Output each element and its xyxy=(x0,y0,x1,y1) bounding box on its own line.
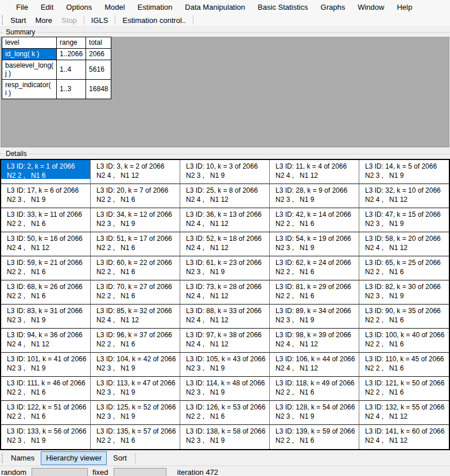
hierarchy-cell[interactable]: L3 ID: 54, k = 19 of 2066N2 3 , N1 9 xyxy=(270,232,359,256)
menu-item-basic-statistics[interactable]: Basic Statistics xyxy=(251,0,314,14)
hierarchy-cell[interactable]: L3 ID: 60, k = 22 of 2066N2 2 , N1 6 xyxy=(91,256,180,280)
hierarchy-cell[interactable]: L3 ID: 104, k = 42 of 2066N2 3 , N1 9 xyxy=(91,353,180,377)
summary-total-cell[interactable]: 5616 xyxy=(86,60,111,80)
hierarchy-cell-line1: L3 ID: 135, k = 57 of 2066 xyxy=(96,427,179,436)
hierarchy-cell[interactable]: L3 ID: 34, k = 12 of 2066N2 3 , N1 9 xyxy=(91,208,180,232)
hierarchy-cell-line1: L3 ID: 105, k = 43 of 2066 xyxy=(186,354,269,364)
summary-level-cell[interactable]: id_long( k ) xyxy=(2,49,57,60)
hierarchy-cell-line2: N2 3 , N1 9 xyxy=(365,291,448,301)
hierarchy-cell[interactable]: L3 ID: 81, k = 29 of 2066N2 2 , N1 6 xyxy=(270,280,359,305)
hierarchy-cell[interactable]: L3 ID: 122, k = 51 of 2066N2 2 , N1 6 xyxy=(1,401,91,425)
hierarchy-cell[interactable]: L3 ID: 101, k = 41 of 2066N2 3 , N1 9 xyxy=(1,353,91,377)
hierarchy-cell[interactable]: L3 ID: 139, k = 59 of 2066N2 2 , N1 6 xyxy=(270,425,359,449)
hierarchy-cell[interactable]: L3 ID: 20, k = 7 of 2066N2 2 , N1 6 xyxy=(91,184,180,208)
summary-range-cell[interactable]: 1..3 xyxy=(57,80,86,99)
hierarchy-cell[interactable]: L3 ID: 94, k = 36 of 2066N2 4 , N1 12 xyxy=(1,329,91,353)
hierarchy-cell[interactable]: L3 ID: 118, k = 49 of 2066N2 2 , N1 6 xyxy=(270,377,359,401)
hierarchy-cell-line1: L3 ID: 133, k = 56 of 2066 xyxy=(7,427,90,436)
random-progress-field xyxy=(32,468,88,476)
hierarchy-cell[interactable]: L3 ID: 52, k = 18 of 2066N2 4 , N1 12 xyxy=(180,232,270,256)
hierarchy-cell[interactable]: L3 ID: 105, k = 43 of 2066N2 3 , N1 9 xyxy=(180,353,270,377)
tab-sort[interactable]: Sort xyxy=(108,451,132,465)
hierarchy-cell[interactable]: L3 ID: 2, k = 1 of 2066N2 2 , N1 6 xyxy=(1,160,91,184)
hierarchy-cell[interactable]: L3 ID: 88, k = 33 of 2066N2 4 , N1 12 xyxy=(180,305,270,329)
hierarchy-cell[interactable]: L3 ID: 106, k = 44 of 2066N2 4 , N1 12 xyxy=(270,353,359,377)
status-bar: random fixed iteration 472 xyxy=(0,466,450,476)
hierarchy-cell[interactable]: L3 ID: 83, k = 31 of 2066N2 3 , N1 9 xyxy=(1,305,91,329)
groupbox-line xyxy=(29,154,450,154)
toolbar-button-start[interactable]: Start xyxy=(6,16,30,25)
hierarchy-cell[interactable]: L3 ID: 11, k = 4 of 2066N2 4 , N1 12 xyxy=(270,160,359,184)
hierarchy-cell[interactable]: L3 ID: 125, k = 52 of 2066N2 3 , N1 9 xyxy=(91,401,180,425)
tabbar-gripper[interactable] xyxy=(2,454,3,463)
hierarchy-cell[interactable]: L3 ID: 133, k = 56 of 2066N2 3 , N1 9 xyxy=(1,425,91,449)
toolbar-gripper[interactable] xyxy=(2,15,3,25)
menu-item-options[interactable]: Options xyxy=(60,0,98,14)
menu-item-edit[interactable]: Edit xyxy=(34,0,60,14)
hierarchy-cell[interactable]: L3 ID: 113, k = 47 of 2066N2 3 , N1 9 xyxy=(91,377,180,401)
hierarchy-cell[interactable]: L3 ID: 65, k = 25 of 2066N2 2 , N1 6 xyxy=(359,256,449,280)
hierarchy-cell[interactable]: L3 ID: 85, k = 32 of 2066N2 4 , N1 12 xyxy=(91,305,180,329)
hierarchy-cell[interactable]: L3 ID: 126, k = 53 of 2066N2 2 , N1 6 xyxy=(180,401,270,425)
summary-level-cell[interactable]: resp_indicator( i ) xyxy=(2,80,57,99)
hierarchy-cell-line1: L3 ID: 65, k = 25 of 2066 xyxy=(365,258,448,267)
hierarchy-cell[interactable]: L3 ID: 70, k = 27 of 2066N2 2 , N1 6 xyxy=(91,280,180,305)
summary-range-cell[interactable]: 1..2066 xyxy=(57,49,86,60)
toolbar-button-more[interactable]: More xyxy=(30,16,57,25)
summary-range-cell[interactable]: 1..4 xyxy=(57,60,86,80)
menu-item-data-manipulation[interactable]: Data Manipulation xyxy=(179,0,251,14)
hierarchy-cell[interactable]: L3 ID: 47, k = 15 of 2066N2 3 , N1 9 xyxy=(359,208,449,232)
hierarchy-cell[interactable]: L3 ID: 89, k = 34 of 2066N2 3 , N1 9 xyxy=(270,305,359,329)
hierarchy-cell[interactable]: L3 ID: 110, k = 45 of 2066N2 2 , N1 6 xyxy=(359,353,449,377)
summary-total-cell[interactable]: 16848 xyxy=(86,80,111,99)
menu-item-model[interactable]: Model xyxy=(98,0,131,14)
hierarchy-cell[interactable]: L3 ID: 68, k = 26 of 2066N2 2 , N1 6 xyxy=(1,280,91,305)
menu-item-help[interactable]: Help xyxy=(390,0,418,14)
hierarchy-cell[interactable]: L3 ID: 128, k = 54 of 2066N2 3 , N1 9 xyxy=(270,401,359,425)
hierarchy-cell[interactable]: L3 ID: 97, k = 38 of 2066N2 4 , N1 12 xyxy=(180,329,270,353)
hierarchy-cell[interactable]: L3 ID: 132, k = 55 of 2066N2 4 , N1 12 xyxy=(359,401,449,425)
summary-level-cell[interactable]: baselevel_long( j ) xyxy=(2,60,57,80)
hierarchy-cell[interactable]: L3 ID: 42, k = 14 of 2066N2 2 , N1 6 xyxy=(270,208,359,232)
hierarchy-cell-line1: L3 ID: 36, k = 13 of 2066 xyxy=(186,210,269,219)
hierarchy-cell[interactable]: L3 ID: 73, k = 28 of 2066N2 4 , N1 12 xyxy=(180,280,270,305)
hierarchy-cell[interactable]: L3 ID: 17, k = 6 of 2066N2 3 , N1 9 xyxy=(1,184,91,208)
hierarchy-cell[interactable]: L3 ID: 98, k = 39 of 2066N2 4 , N1 12 xyxy=(270,329,359,353)
hierarchy-cell[interactable]: L3 ID: 25, k = 8 of 2066N2 4 , N1 12 xyxy=(180,184,270,208)
menu-item-file[interactable]: File xyxy=(10,0,34,14)
hierarchy-cell-line2: N2 2 , N1 6 xyxy=(276,291,358,301)
hierarchy-cell[interactable]: L3 ID: 14, k = 5 of 2066N2 3 , N1 9 xyxy=(359,160,449,184)
hierarchy-cell[interactable]: L3 ID: 51, k = 17 of 2066N2 2 , N1 6 xyxy=(91,232,180,256)
hierarchy-cell[interactable]: L3 ID: 96, k = 37 of 2066N2 2 , N1 6 xyxy=(91,329,180,353)
menu-item-graphs[interactable]: Graphs xyxy=(315,0,352,14)
hierarchy-cell[interactable]: L3 ID: 50, k = 16 of 2066N2 4 , N1 12 xyxy=(1,232,91,256)
hierarchy-cell-line1: L3 ID: 3, k = 2 of 2066 xyxy=(96,162,179,171)
hierarchy-cell[interactable]: L3 ID: 61, k = 23 of 2066N2 3 , N1 9 xyxy=(180,256,270,280)
toolbar-button-estimation-control[interactable]: Estimation control.. xyxy=(118,16,191,25)
menu-item-window[interactable]: Window xyxy=(351,0,390,14)
hierarchy-cell[interactable]: L3 ID: 135, k = 57 of 2066N2 2 , N1 6 xyxy=(91,425,180,449)
hierarchy-cell[interactable]: L3 ID: 32, k = 10 of 2066N2 4 , N1 12 xyxy=(359,184,449,208)
tab-names[interactable]: Names xyxy=(6,451,40,465)
hierarchy-cell[interactable]: L3 ID: 90, k = 35 of 2066N2 2 , N1 6 xyxy=(359,305,449,329)
hierarchy-cell[interactable]: L3 ID: 138, k = 58 of 2066N2 3 , N1 9 xyxy=(180,425,270,449)
hierarchy-cell[interactable]: L3 ID: 100, k = 40 of 2066N2 2 , N1 6 xyxy=(359,329,449,353)
hierarchy-cell[interactable]: L3 ID: 121, k = 50 of 2066N2 2 , N1 6 xyxy=(359,377,449,401)
hierarchy-cell[interactable]: L3 ID: 3, k = 2 of 2066N2 4 , N1 12 xyxy=(91,160,180,184)
hierarchy-cell[interactable]: L3 ID: 111, k = 46 of 2066N2 2 , N1 6 xyxy=(1,377,91,401)
hierarchy-cell[interactable]: L3 ID: 62, k = 24 of 2066N2 2 , N1 6 xyxy=(270,256,359,280)
hierarchy-cell[interactable]: L3 ID: 114, k = 48 of 2066N2 3 , N1 9 xyxy=(180,377,270,401)
tab-hierarchy-viewer[interactable]: Hierarchy viewer xyxy=(41,451,107,465)
hierarchy-cell-line2: N2 2 , N1 6 xyxy=(365,388,448,397)
hierarchy-cell[interactable]: L3 ID: 58, k = 20 of 2066N2 4 , N1 12 xyxy=(359,232,449,256)
toolbar-button-igls[interactable]: IGLS xyxy=(87,16,113,25)
hierarchy-cell[interactable]: L3 ID: 59, k = 21 of 2066N2 2 , N1 6 xyxy=(1,256,91,280)
hierarchy-cell[interactable]: L3 ID: 10, k = 3 of 2066N2 3 , N1 9 xyxy=(180,160,270,184)
hierarchy-cell[interactable]: L3 ID: 28, k = 9 of 2066N2 3 , N1 9 xyxy=(270,184,359,208)
hierarchy-cell[interactable]: L3 ID: 36, k = 13 of 2066N2 4 , N1 12 xyxy=(180,208,270,232)
hierarchy-cell[interactable]: L3 ID: 141, k = 60 of 2066N2 4 , N1 12 xyxy=(359,425,449,449)
hierarchy-cell[interactable]: L3 ID: 33, k = 11 of 2066N2 2 , N1 6 xyxy=(1,208,91,232)
hierarchy-cell[interactable]: L3 ID: 82, k = 30 of 2066N2 3 , N1 9 xyxy=(359,280,449,305)
menu-item-estimation[interactable]: Estimation xyxy=(131,0,179,14)
summary-total-cell[interactable]: 2066 xyxy=(86,49,111,60)
